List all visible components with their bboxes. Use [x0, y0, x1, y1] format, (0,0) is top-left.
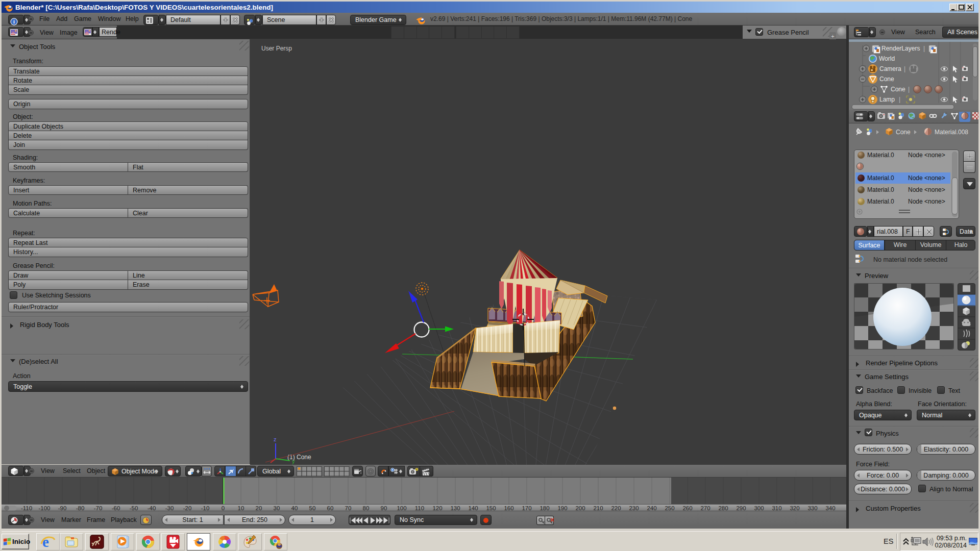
- svg-text:e: e: [42, 534, 49, 549]
- svg-text:Cone: Cone: [891, 86, 905, 93]
- svg-text:z: z: [274, 436, 277, 442]
- svg-text:y: y: [292, 458, 295, 464]
- svg-text:Camera: Camera: [879, 65, 901, 72]
- svg-text:Node <none>: Node <none>: [908, 152, 945, 159]
- svg-text:|: |: [899, 96, 900, 103]
- svg-text:RenderLayers: RenderLayers: [881, 45, 920, 52]
- svg-text:Cone: Cone: [896, 129, 911, 136]
- svg-text:Material.0: Material.0: [867, 198, 894, 205]
- svg-text:Node <none>: Node <none>: [908, 174, 945, 182]
- svg-text:Node <none>: Node <none>: [908, 186, 945, 193]
- svg-text:i: i: [13, 19, 15, 24]
- svg-text:|: |: [923, 45, 925, 52]
- svg-text:Node <none>: Node <none>: [908, 198, 945, 205]
- svg-text:Material.0: Material.0: [867, 186, 894, 193]
- svg-text:Material.0: Material.0: [867, 152, 894, 159]
- svg-text:|: |: [908, 86, 910, 93]
- svg-text:Material.0: Material.0: [867, 174, 894, 182]
- svg-text:Cone: Cone: [879, 76, 894, 83]
- svg-text:Material.008: Material.008: [935, 129, 968, 136]
- svg-text:World: World: [879, 55, 895, 62]
- svg-text:|: |: [904, 65, 905, 72]
- svg-text:Lamp: Lamp: [879, 96, 895, 103]
